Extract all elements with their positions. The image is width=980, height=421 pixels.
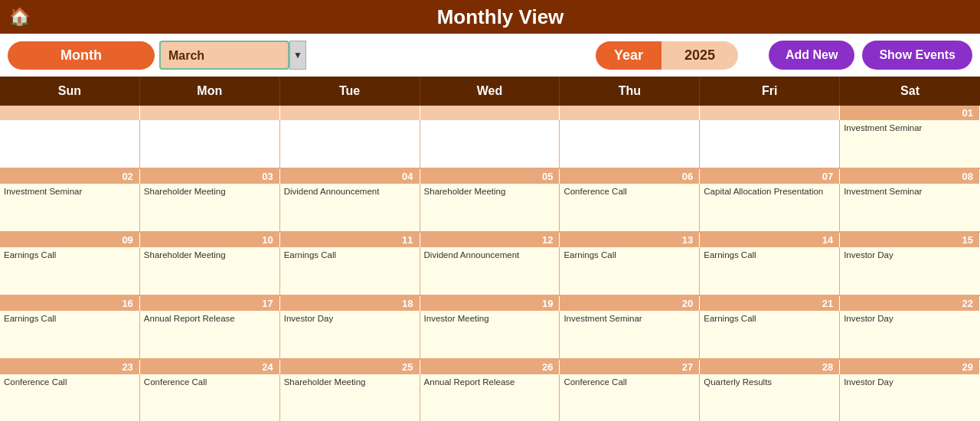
date-num: 13: [560, 233, 700, 247]
week-nums-row-3: 09101112131415: [0, 233, 980, 247]
event-cell[interactable]: Investment Seminar: [840, 120, 980, 168]
date-num: 23: [0, 360, 140, 374]
add-new-button[interactable]: Add New: [769, 41, 854, 70]
date-num: 06: [560, 169, 700, 184]
day-header-thu: Thu: [560, 77, 700, 106]
event-cell[interactable]: Earnings Call: [560, 247, 700, 295]
event-cell[interactable]: Earnings Call: [700, 247, 840, 295]
day-header-sun: Sun: [0, 77, 140, 106]
week-nums-row-1: 01: [0, 106, 980, 120]
date-num: 21: [700, 296, 840, 311]
day-header-mon: Mon: [140, 77, 280, 106]
event-cell: [420, 120, 560, 168]
event-cell[interactable]: Earnings Call: [0, 247, 140, 295]
date-num: [280, 106, 420, 120]
event-cell[interactable]: Investment Seminar: [0, 184, 140, 231]
event-cell[interactable]: Earnings Call: [0, 311, 140, 358]
year-group: Year 2025: [596, 41, 738, 70]
event-cell[interactable]: Annual Report Release: [420, 374, 560, 421]
event-cell[interactable]: Investment Seminar: [560, 311, 700, 358]
dropdown-arrow-icon[interactable]: ▼: [289, 41, 306, 70]
day-header-fri: Fri: [700, 77, 840, 106]
event-cell: [0, 120, 140, 168]
event-cell[interactable]: Shareholder Meeting: [140, 247, 280, 295]
event-cell[interactable]: Investor Meeting: [420, 311, 560, 358]
event-cell[interactable]: Dividend Announcement: [280, 184, 420, 231]
week-events-row-5: Conference CallConference CallShareholde…: [0, 374, 980, 421]
month-label[interactable]: Month: [8, 41, 155, 70]
date-num: 26: [420, 360, 560, 374]
event-cell[interactable]: Investor Day: [840, 311, 980, 358]
event-cell[interactable]: Dividend Announcement: [420, 247, 560, 295]
date-num: 05: [420, 169, 560, 184]
date-num: [420, 106, 560, 120]
date-num: 08: [840, 169, 980, 184]
event-cell[interactable]: Investor Day: [280, 311, 420, 358]
year-value: 2025: [662, 41, 738, 70]
calendar-header: SunMonTueWedThuFriSat: [0, 77, 980, 106]
week-4: 16171819202122Earnings CallAnnual Report…: [0, 296, 980, 360]
week-5: 23242526272829Conference CallConference …: [0, 360, 980, 421]
date-num: 09: [0, 233, 140, 247]
date-num: 28: [700, 360, 840, 374]
event-cell[interactable]: Quarterly Results: [700, 374, 840, 421]
date-num: 01: [840, 106, 980, 120]
event-cell[interactable]: Earnings Call: [700, 311, 840, 358]
event-cell[interactable]: Earnings Call: [280, 247, 420, 295]
event-cell[interactable]: Annual Report Release: [140, 311, 280, 358]
day-header-sat: Sat: [840, 77, 980, 106]
week-1: 01Investment Seminar: [0, 106, 980, 169]
week-events-row-3: Earnings CallShareholder MeetingEarnings…: [0, 247, 980, 295]
date-num: 14: [700, 233, 840, 247]
date-num: 10: [140, 233, 280, 247]
home-icon[interactable]: 🏠: [9, 7, 30, 27]
date-num: 12: [420, 233, 560, 247]
date-num: 11: [280, 233, 420, 247]
date-num: 27: [560, 360, 700, 374]
year-label[interactable]: Year: [596, 41, 662, 70]
event-cell[interactable]: Conference Call: [140, 374, 280, 421]
date-num: 19: [420, 296, 560, 311]
week-events-row-4: Earnings CallAnnual Report ReleaseInvest…: [0, 311, 980, 358]
event-cell[interactable]: Investor Day: [840, 374, 980, 421]
event-cell[interactable]: Conference Call: [560, 374, 700, 421]
week-nums-row-4: 16171819202122: [0, 296, 980, 311]
day-header-wed: Wed: [420, 77, 560, 106]
day-header-tue: Tue: [280, 77, 420, 106]
date-num: [140, 106, 280, 120]
date-num: 20: [560, 296, 700, 311]
date-num: 04: [280, 169, 420, 184]
event-cell[interactable]: Capital Allocation Presentation: [700, 184, 840, 231]
date-num: 02: [0, 169, 140, 184]
top-bar: 🏠 Monthly View: [0, 0, 980, 34]
event-cell: [560, 120, 700, 168]
calendar: SunMonTueWedThuFriSat 01Investment Semin…: [0, 77, 980, 421]
event-cell[interactable]: Conference Call: [560, 184, 700, 231]
show-events-button[interactable]: Show Events: [862, 41, 972, 70]
date-num: [0, 106, 140, 120]
event-cell[interactable]: Shareholder Meeting: [420, 184, 560, 231]
week-2: 02030405060708Investment SeminarSharehol…: [0, 169, 980, 233]
date-num: 17: [140, 296, 280, 311]
date-num: 29: [840, 360, 980, 374]
event-cell[interactable]: Investor Day: [840, 247, 980, 295]
date-num: 16: [0, 296, 140, 311]
event-cell[interactable]: Conference Call: [0, 374, 140, 421]
event-cell[interactable]: Shareholder Meeting: [280, 374, 420, 421]
date-num: 03: [140, 169, 280, 184]
month-select[interactable]: January February March April May June Ju…: [159, 41, 289, 70]
week-3: 09101112131415Earnings CallShareholder M…: [0, 233, 980, 296]
date-num: [700, 106, 840, 120]
week-nums-row-2: 02030405060708: [0, 169, 980, 184]
event-cell: [700, 120, 840, 168]
date-num: 25: [280, 360, 420, 374]
event-cell[interactable]: Investment Seminar: [840, 184, 980, 231]
date-num: 07: [700, 169, 840, 184]
page-title: Monthly View: [30, 5, 971, 29]
event-cell[interactable]: Shareholder Meeting: [140, 184, 280, 231]
week-nums-row-5: 23242526272829: [0, 360, 980, 374]
controls-row: Month January February March April May J…: [0, 34, 980, 77]
month-select-wrap: January February March April May June Ju…: [159, 41, 306, 70]
date-num: 18: [280, 296, 420, 311]
event-cell: [280, 120, 420, 168]
